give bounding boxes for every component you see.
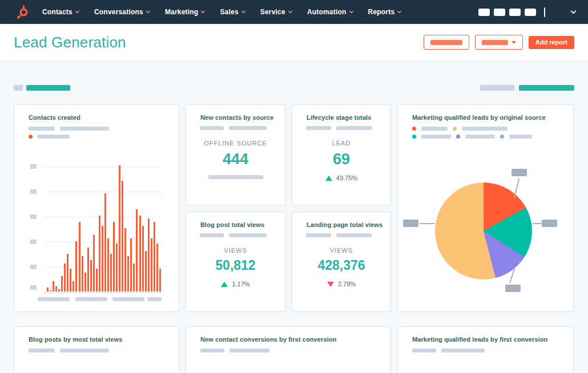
redacted-text-placeholder	[465, 135, 495, 139]
chart-legend	[200, 233, 267, 237]
legend-dot	[29, 135, 33, 139]
nav-item-sales[interactable]: Sales	[220, 8, 244, 16]
redacted-text-placeholder	[200, 348, 224, 352]
chevron-down-icon	[241, 9, 245, 13]
bar	[67, 254, 69, 291]
chart-legend	[306, 126, 372, 130]
pie-callout-line	[533, 223, 542, 224]
nav-item-marketing[interactable]: Marketing	[165, 8, 204, 16]
y-axis-label-placeholder	[30, 265, 37, 269]
card-contacts-created: Contacts created	[14, 104, 179, 312]
metric-value: 428,376	[292, 258, 390, 273]
bar	[75, 241, 77, 291]
metric-label: VIEWS	[186, 247, 285, 254]
redacted-dropdown-button[interactable]	[475, 35, 523, 50]
chevron-down-icon	[75, 9, 79, 13]
contacts-created-bars	[47, 165, 161, 291]
card-title: Contacts created	[29, 114, 80, 121]
bar	[47, 287, 49, 291]
main-menu: Contacts Conversations Marketing Sales S…	[42, 8, 401, 16]
bar	[55, 286, 57, 291]
card-title: New contacts by source	[200, 114, 273, 121]
bar	[136, 209, 138, 291]
bar	[124, 228, 126, 291]
pie-callout-line	[420, 223, 434, 224]
filter-label-placeholder	[14, 85, 23, 91]
redacted-action-button[interactable]	[424, 35, 469, 50]
redacted-nav-icon[interactable]	[525, 9, 536, 16]
nav-right-tools	[474, 7, 579, 17]
redacted-nav-icon[interactable]	[478, 9, 490, 16]
redacted-text-placeholder	[29, 127, 55, 131]
redacted-text-placeholder	[509, 135, 532, 139]
bar	[127, 256, 129, 291]
y-axis-label-placeholder	[30, 214, 37, 219]
chevron-down-icon	[288, 9, 292, 13]
card-title: Marketing qualified leads by first conve…	[412, 336, 547, 343]
redacted-text-placeholder	[421, 127, 448, 131]
metric-label: VIEWS	[292, 247, 390, 254]
bar	[79, 222, 80, 291]
chart-legend	[412, 348, 485, 352]
nav-item-label: Marketing	[165, 8, 198, 16]
nav-item-label: Conversations	[94, 8, 143, 16]
bar	[156, 244, 158, 291]
card-lifecycle-stage-totals: Lifecycle stage totals LEAD 69 43.75%	[292, 104, 391, 205]
metric-value: 69	[292, 151, 390, 168]
delta-value: 1.17%	[232, 281, 249, 287]
nav-item-reports[interactable]: Reports	[368, 8, 401, 16]
nav-item-conversations[interactable]: Conversations	[94, 8, 150, 16]
filter-label-placeholder	[480, 85, 514, 91]
redacted-text-placeholder	[462, 127, 508, 131]
y-axis-label-placeholder	[30, 285, 37, 290]
metric-delta: 43.75%	[292, 175, 390, 181]
date-range-filter-placeholder[interactable]	[519, 85, 574, 91]
bar	[61, 276, 63, 291]
bar	[110, 254, 112, 291]
bar	[145, 251, 147, 291]
bar	[99, 216, 100, 291]
pie-callout-label-placeholder	[505, 285, 521, 292]
delta-value: 43.75%	[336, 175, 357, 181]
chart-legend	[29, 348, 109, 352]
redacted-nav-icon[interactable]	[494, 9, 505, 16]
redacted-text-placeholder	[229, 233, 267, 237]
chart-legend	[200, 126, 267, 130]
down-arrow-icon	[327, 282, 334, 287]
bar	[73, 281, 74, 291]
bar	[130, 238, 132, 291]
add-report-button[interactable]: Add report	[529, 36, 574, 49]
redacted-nav-icon[interactable]	[509, 9, 521, 16]
nav-item-label: Sales	[220, 8, 238, 16]
chart-legend	[306, 233, 372, 237]
bar	[102, 226, 103, 291]
pie-legend-dot	[453, 127, 457, 131]
pie-callout-label-placeholder	[542, 220, 557, 227]
nav-item-label: Service	[260, 8, 285, 16]
redacted-text-placeholder	[208, 175, 263, 179]
nav-item-service[interactable]: Service	[260, 8, 292, 16]
bar	[122, 181, 123, 291]
nav-item-automation[interactable]: Automation	[307, 8, 353, 16]
x-axis-label-placeholder	[75, 297, 107, 301]
chevron-down-icon[interactable]	[571, 9, 577, 14]
redacted-text-placeholder	[29, 348, 55, 352]
redacted-text-placeholder	[38, 135, 70, 139]
y-axis-label-placeholder	[30, 164, 37, 169]
pie-legend-dot	[412, 135, 416, 139]
metric-delta: 1.17%	[186, 281, 285, 287]
card-title: New contact conversions by first convers…	[200, 336, 336, 343]
bar	[87, 248, 89, 291]
card-title: Marketing qualified leads by original so…	[412, 114, 546, 121]
bar	[84, 273, 86, 291]
hubspot-logo[interactable]	[15, 5, 30, 19]
dashboard-filter-placeholder[interactable]	[26, 85, 70, 91]
delta-value: 2.78%	[338, 281, 356, 287]
bar	[70, 269, 71, 291]
redacted-text-placeholder	[60, 127, 109, 131]
nav-item-contacts[interactable]: Contacts	[42, 8, 79, 16]
bar	[50, 290, 51, 291]
pie-callout-label-placeholder	[512, 169, 527, 176]
mql-pie-chart	[435, 183, 532, 279]
bar	[142, 226, 144, 291]
